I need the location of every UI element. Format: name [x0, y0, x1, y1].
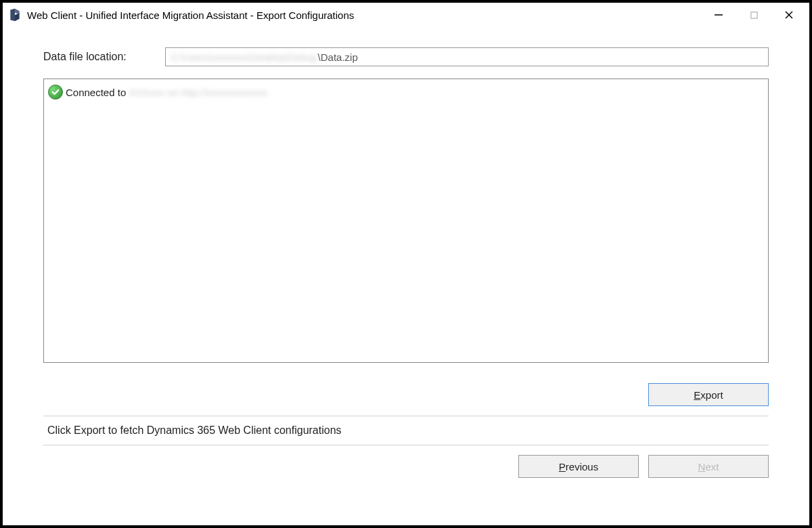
next-button: Next	[648, 455, 769, 478]
log-connected-target-redacted: XXXxxx on http://xxxxxxxxxxxx	[129, 87, 267, 98]
titlebar: Web Client - Unified Interface Migration…	[3, 3, 809, 27]
check-icon	[48, 85, 63, 100]
export-button-rest: xport	[700, 389, 723, 401]
export-row: Export	[43, 383, 769, 416]
log-connected-row: Connected to XXXxxx on http://xxxxxxxxxx…	[48, 85, 764, 100]
content-area: Data file location: C:\Users\xxxxxxxx\De…	[3, 27, 809, 525]
hint-text: Click Export to fetch Dynamics 365 Web C…	[43, 416, 769, 445]
export-button[interactable]: Export	[648, 383, 769, 406]
data-file-label: Data file location:	[43, 51, 165, 63]
data-file-path-redacted: C:\Users\xxxxxxxx\Desktop\Debug	[171, 51, 317, 63]
data-file-input[interactable]: C:\Users\xxxxxxxx\Desktop\Debug \Data.zi…	[165, 47, 769, 66]
nav-row: Previous Next	[43, 445, 769, 478]
svg-rect-1	[750, 12, 757, 18]
app-window: Web Client - Unified Interface Migration…	[1, 1, 811, 527]
data-file-path-suffix: \Data.zip	[318, 51, 358, 63]
maximize-button	[744, 5, 763, 24]
previous-button-rest: revious	[566, 461, 598, 472]
minimize-button[interactable]	[709, 5, 728, 24]
log-panel: Connected to XXXxxx on http://xxxxxxxxxx…	[43, 79, 769, 363]
close-button[interactable]	[780, 5, 798, 24]
log-connected-text: Connected to	[66, 87, 126, 98]
window-controls	[709, 5, 804, 24]
previous-button[interactable]: Previous	[518, 455, 639, 478]
next-button-rest: ext	[705, 461, 719, 472]
data-file-row: Data file location: C:\Users\xxxxxxxx\De…	[43, 47, 769, 66]
app-icon	[8, 8, 22, 22]
window-title: Web Client - Unified Interface Migration…	[27, 9, 709, 21]
